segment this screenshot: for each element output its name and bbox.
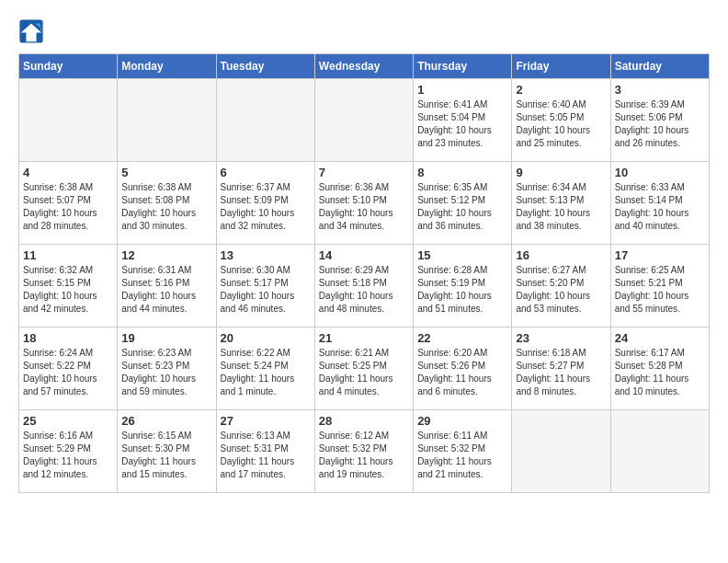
- day-number: 3: [615, 83, 705, 97]
- calendar-cell: 8Sunrise: 6:35 AM Sunset: 5:12 PM Daylig…: [414, 162, 512, 245]
- logo-icon: [18, 18, 44, 44]
- cell-info: Sunrise: 6:28 AM Sunset: 5:19 PM Dayligh…: [417, 264, 507, 316]
- cell-info: Sunrise: 6:13 AM Sunset: 5:31 PM Dayligh…: [221, 430, 311, 481]
- cell-info: Sunrise: 6:38 AM Sunset: 5:08 PM Dayligh…: [121, 181, 211, 233]
- calendar-cell: 17Sunrise: 6:25 AM Sunset: 5:21 PM Dayli…: [610, 245, 709, 327]
- calendar-cell: 20Sunrise: 6:22 AM Sunset: 5:24 PM Dayli…: [216, 327, 314, 410]
- day-number: 11: [23, 248, 113, 262]
- cell-info: Sunrise: 6:27 AM Sunset: 5:20 PM Dayligh…: [516, 264, 606, 316]
- cell-info: Sunrise: 6:12 AM Sunset: 5:32 PM Dayligh…: [319, 430, 409, 481]
- weekday-saturday: Saturday: [610, 54, 709, 79]
- cell-info: Sunrise: 6:29 AM Sunset: 5:18 PM Dayligh…: [319, 264, 409, 316]
- day-number: 29: [417, 414, 507, 428]
- calendar-cell: [610, 410, 709, 493]
- day-number: 21: [319, 331, 409, 345]
- cell-info: Sunrise: 6:35 AM Sunset: 5:12 PM Dayligh…: [417, 181, 507, 233]
- weekday-wednesday: Wednesday: [314, 54, 413, 79]
- calendar-week-4: 18Sunrise: 6:24 AM Sunset: 5:22 PM Dayli…: [19, 327, 710, 410]
- cell-info: Sunrise: 6:24 AM Sunset: 5:22 PM Dayligh…: [23, 347, 113, 398]
- calendar-cell: 18Sunrise: 6:24 AM Sunset: 5:22 PM Dayli…: [19, 327, 118, 410]
- weekday-tuesday: Tuesday: [216, 54, 314, 79]
- day-number: 23: [516, 331, 606, 345]
- page-header: [18, 18, 710, 44]
- cell-info: Sunrise: 6:22 AM Sunset: 5:24 PM Dayligh…: [221, 347, 311, 398]
- calendar-cell: 25Sunrise: 6:16 AM Sunset: 5:29 PM Dayli…: [19, 410, 118, 493]
- cell-info: Sunrise: 6:41 AM Sunset: 5:04 PM Dayligh…: [417, 98, 507, 150]
- cell-info: Sunrise: 6:15 AM Sunset: 5:30 PM Dayligh…: [121, 430, 211, 481]
- calendar-cell: 4Sunrise: 6:38 AM Sunset: 5:07 PM Daylig…: [19, 162, 118, 245]
- calendar-cell: 15Sunrise: 6:28 AM Sunset: 5:19 PM Dayli…: [414, 245, 512, 327]
- calendar-cell: 5Sunrise: 6:38 AM Sunset: 5:08 PM Daylig…: [118, 162, 216, 245]
- calendar-cell: 2Sunrise: 6:40 AM Sunset: 5:05 PM Daylig…: [512, 79, 610, 162]
- calendar-cell: 3Sunrise: 6:39 AM Sunset: 5:06 PM Daylig…: [610, 79, 709, 162]
- cell-info: Sunrise: 6:32 AM Sunset: 5:15 PM Dayligh…: [23, 264, 113, 316]
- cell-info: Sunrise: 6:37 AM Sunset: 5:09 PM Dayligh…: [221, 181, 311, 233]
- day-number: 5: [121, 166, 211, 179]
- cell-info: Sunrise: 6:30 AM Sunset: 5:17 PM Dayligh…: [221, 264, 311, 316]
- calendar-cell: 1Sunrise: 6:41 AM Sunset: 5:04 PM Daylig…: [414, 79, 512, 162]
- weekday-monday: Monday: [118, 54, 216, 79]
- calendar-cell: 7Sunrise: 6:36 AM Sunset: 5:10 PM Daylig…: [314, 162, 413, 245]
- calendar-cell: 11Sunrise: 6:32 AM Sunset: 5:15 PM Dayli…: [19, 245, 118, 327]
- cell-info: Sunrise: 6:40 AM Sunset: 5:05 PM Dayligh…: [516, 98, 606, 150]
- day-number: 8: [417, 166, 507, 179]
- calendar-cell: 26Sunrise: 6:15 AM Sunset: 5:30 PM Dayli…: [118, 410, 216, 493]
- cell-info: Sunrise: 6:11 AM Sunset: 5:32 PM Dayligh…: [417, 430, 507, 481]
- day-number: 22: [417, 331, 507, 345]
- cell-info: Sunrise: 6:31 AM Sunset: 5:16 PM Dayligh…: [121, 264, 211, 316]
- calendar-cell: 14Sunrise: 6:29 AM Sunset: 5:18 PM Dayli…: [314, 245, 413, 327]
- cell-info: Sunrise: 6:34 AM Sunset: 5:13 PM Dayligh…: [516, 181, 606, 233]
- calendar-cell: 13Sunrise: 6:30 AM Sunset: 5:17 PM Dayli…: [216, 245, 314, 327]
- calendar-cell: 6Sunrise: 6:37 AM Sunset: 5:09 PM Daylig…: [216, 162, 314, 245]
- day-number: 18: [23, 331, 113, 345]
- calendar-cell: 19Sunrise: 6:23 AM Sunset: 5:23 PM Dayli…: [118, 327, 216, 410]
- calendar-cell: [216, 79, 314, 162]
- day-number: 14: [319, 248, 409, 262]
- day-number: 27: [221, 414, 311, 428]
- day-number: 26: [121, 414, 211, 428]
- calendar-cell: 21Sunrise: 6:21 AM Sunset: 5:25 PM Dayli…: [314, 327, 413, 410]
- weekday-friday: Friday: [512, 54, 610, 79]
- calendar-cell: 10Sunrise: 6:33 AM Sunset: 5:14 PM Dayli…: [610, 162, 709, 245]
- day-number: 6: [221, 166, 311, 179]
- calendar-table: SundayMondayTuesdayWednesdayThursdayFrid…: [18, 53, 710, 493]
- weekday-header-row: SundayMondayTuesdayWednesdayThursdayFrid…: [19, 54, 710, 79]
- cell-info: Sunrise: 6:21 AM Sunset: 5:25 PM Dayligh…: [319, 347, 409, 398]
- day-number: 20: [221, 331, 311, 345]
- calendar-cell: 22Sunrise: 6:20 AM Sunset: 5:26 PM Dayli…: [414, 327, 512, 410]
- calendar-cell: 24Sunrise: 6:17 AM Sunset: 5:28 PM Dayli…: [610, 327, 709, 410]
- day-number: 24: [615, 331, 705, 345]
- cell-info: Sunrise: 6:18 AM Sunset: 5:27 PM Dayligh…: [516, 347, 606, 398]
- calendar-cell: 12Sunrise: 6:31 AM Sunset: 5:16 PM Dayli…: [118, 245, 216, 327]
- cell-info: Sunrise: 6:17 AM Sunset: 5:28 PM Dayligh…: [615, 347, 705, 398]
- calendar-cell: 27Sunrise: 6:13 AM Sunset: 5:31 PM Dayli…: [216, 410, 314, 493]
- calendar-week-2: 4Sunrise: 6:38 AM Sunset: 5:07 PM Daylig…: [19, 162, 710, 245]
- cell-info: Sunrise: 6:16 AM Sunset: 5:29 PM Dayligh…: [23, 430, 113, 481]
- day-number: 15: [417, 248, 507, 262]
- calendar-cell: 16Sunrise: 6:27 AM Sunset: 5:20 PM Dayli…: [512, 245, 610, 327]
- calendar-week-1: 1Sunrise: 6:41 AM Sunset: 5:04 PM Daylig…: [19, 79, 710, 162]
- calendar-cell: 23Sunrise: 6:18 AM Sunset: 5:27 PM Dayli…: [512, 327, 610, 410]
- day-number: 7: [319, 166, 409, 179]
- day-number: 19: [121, 331, 211, 345]
- calendar-cell: [314, 79, 413, 162]
- calendar-body: 1Sunrise: 6:41 AM Sunset: 5:04 PM Daylig…: [19, 79, 710, 493]
- cell-info: Sunrise: 6:38 AM Sunset: 5:07 PM Dayligh…: [23, 181, 113, 233]
- day-number: 25: [23, 414, 113, 428]
- day-number: 17: [615, 248, 705, 262]
- cell-info: Sunrise: 6:39 AM Sunset: 5:06 PM Dayligh…: [615, 98, 705, 150]
- day-number: 16: [516, 248, 606, 262]
- day-number: 28: [319, 414, 409, 428]
- day-number: 12: [121, 248, 211, 262]
- calendar-cell: [512, 410, 610, 493]
- day-number: 4: [23, 166, 113, 179]
- calendar-week-5: 25Sunrise: 6:16 AM Sunset: 5:29 PM Dayli…: [19, 410, 710, 493]
- cell-info: Sunrise: 6:25 AM Sunset: 5:21 PM Dayligh…: [615, 264, 705, 316]
- day-number: 2: [516, 83, 606, 97]
- cell-info: Sunrise: 6:23 AM Sunset: 5:23 PM Dayligh…: [121, 347, 211, 398]
- cell-info: Sunrise: 6:20 AM Sunset: 5:26 PM Dayligh…: [417, 347, 507, 398]
- cell-info: Sunrise: 6:33 AM Sunset: 5:14 PM Dayligh…: [615, 181, 705, 233]
- day-number: 1: [417, 83, 507, 97]
- calendar-cell: 29Sunrise: 6:11 AM Sunset: 5:32 PM Dayli…: [414, 410, 512, 493]
- calendar-cell: [118, 79, 216, 162]
